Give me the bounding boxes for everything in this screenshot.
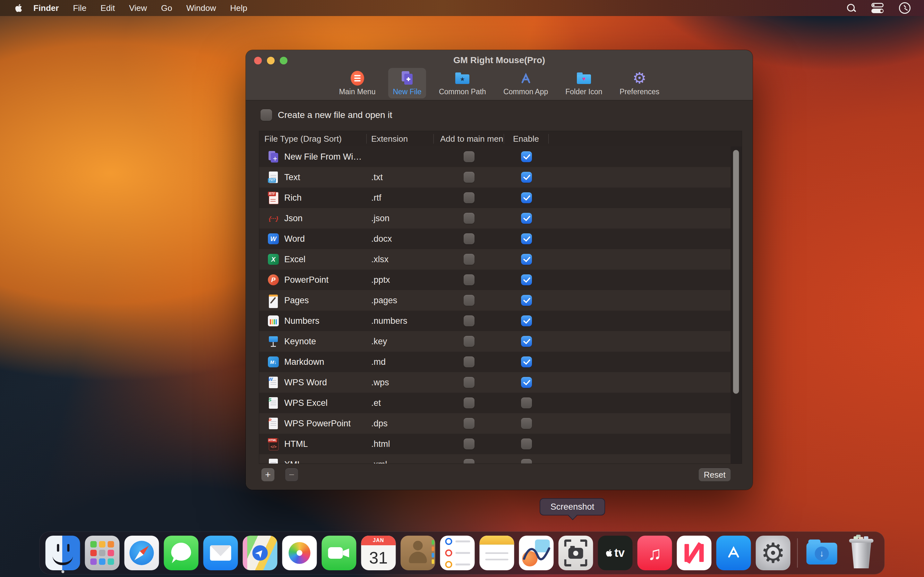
add-to-menu-checkbox[interactable] (464, 213, 475, 224)
table-row[interactable]: RTFRich .rtf (259, 187, 730, 208)
dock-facetime-icon[interactable] (322, 536, 357, 570)
scrollbar-thumb[interactable] (733, 150, 739, 394)
table-row[interactable]: HTML</>HTML .html (259, 434, 730, 454)
dock-trash-icon[interactable] (844, 536, 879, 570)
header-enable[interactable]: Enable (504, 134, 549, 143)
add-to-menu-checkbox[interactable] (464, 192, 475, 203)
enable-checkbox[interactable] (521, 398, 532, 408)
dock-mail-icon[interactable] (204, 536, 238, 570)
add-to-menu-checkbox[interactable] (464, 356, 475, 367)
table-row[interactable]: Numbers .numbers (259, 311, 730, 331)
add-to-menu-checkbox[interactable] (464, 274, 475, 285)
add-to-menu-checkbox[interactable] (464, 459, 475, 464)
add-to-menu-checkbox[interactable] (464, 172, 475, 183)
table-row[interactable]: Pages .pages (259, 290, 730, 311)
dock-launchpad-icon[interactable] (85, 536, 120, 570)
menu-edit[interactable]: Edit (94, 3, 122, 13)
text-file-icon: TXT (267, 171, 280, 184)
dock-music-icon[interactable] (638, 536, 672, 570)
add-to-menu-checkbox[interactable] (464, 151, 475, 162)
dock-finder-icon[interactable] (45, 536, 80, 570)
menu-view[interactable]: View (122, 3, 154, 13)
dock-screenshot-icon[interactable] (559, 536, 593, 570)
menu-help[interactable]: Help (223, 3, 254, 13)
enable-checkbox[interactable] (521, 459, 532, 464)
clock-icon[interactable] (899, 2, 911, 14)
dock-notes-icon[interactable] (480, 536, 514, 570)
dock-system-settings-icon[interactable] (756, 536, 790, 570)
table-row[interactable]: SWPS Excel .et (259, 393, 730, 413)
table-row[interactable]: {···}Json .json (259, 208, 730, 229)
dock-photos-icon[interactable] (282, 536, 317, 570)
table-row[interactable]: XML .xml (259, 454, 730, 464)
add-file-type-button[interactable]: + (261, 468, 275, 482)
dock-freeform-icon[interactable] (519, 536, 554, 570)
tab-new-file[interactable]: New File (388, 68, 426, 98)
reset-button[interactable]: Reset (698, 468, 731, 482)
wps-word-file-icon: W (267, 376, 280, 389)
header-file-type[interactable]: File Type (Drag Sort) (259, 134, 367, 143)
table-row[interactable]: WWord .docx (259, 229, 730, 249)
table-row[interactable]: PWPS PowerPoint .dps (259, 413, 730, 434)
enable-checkbox[interactable] (521, 356, 532, 367)
enable-checkbox[interactable] (521, 274, 532, 285)
pages-file-icon (267, 294, 280, 307)
table-row[interactable]: +New File From Wi… (259, 147, 730, 167)
scrollbar-track[interactable] (730, 147, 742, 464)
tab-common-path[interactable]: Common Path (435, 68, 491, 98)
add-to-menu-checkbox[interactable] (464, 295, 475, 306)
control-center-icon[interactable] (870, 3, 885, 13)
table-row[interactable]: PPowerPoint .pptx (259, 269, 730, 290)
dock-safari-icon[interactable] (124, 536, 159, 570)
tab-main-menu[interactable]: Main Menu (334, 68, 380, 98)
add-to-menu-checkbox[interactable] (464, 438, 475, 450)
menu-window[interactable]: Window (179, 3, 223, 13)
tab-preferences[interactable]: Preferences (615, 68, 664, 98)
tab-common-app[interactable]: Common App (499, 68, 552, 98)
apple-menu[interactable] (9, 3, 28, 13)
enable-checkbox[interactable] (521, 254, 532, 265)
remove-file-type-button[interactable]: − (285, 468, 298, 482)
menu-go[interactable]: Go (154, 3, 179, 13)
add-to-menu-checkbox[interactable] (464, 316, 475, 326)
enable-checkbox[interactable] (521, 316, 532, 326)
table-row[interactable]: TXTText .txt (259, 167, 730, 187)
table-row[interactable]: WWPS Word .wps (259, 372, 730, 393)
tab-folder-icon[interactable]: Folder Icon (561, 68, 607, 98)
search-icon[interactable] (846, 3, 856, 13)
enable-checkbox[interactable] (521, 213, 532, 224)
dock-downloads-icon[interactable] (804, 536, 839, 570)
add-to-menu-checkbox[interactable] (464, 234, 475, 244)
dock-app-store-icon[interactable] (716, 536, 751, 570)
enable-checkbox[interactable] (521, 151, 532, 162)
title-bar[interactable]: GM Right Mouse(Pro) (246, 50, 753, 71)
header-extension[interactable]: Extension (367, 134, 434, 143)
dock-messages-icon[interactable] (164, 536, 199, 570)
add-to-menu-checkbox[interactable] (464, 398, 475, 408)
dock-apple-tv-icon[interactable]: tv (598, 536, 633, 570)
enable-checkbox[interactable] (521, 192, 532, 203)
dock-reminders-icon[interactable] (440, 536, 475, 570)
enable-checkbox[interactable] (521, 172, 532, 183)
add-to-menu-checkbox[interactable] (464, 418, 475, 429)
dock-contacts-icon[interactable] (401, 536, 435, 570)
enable-checkbox[interactable] (521, 295, 532, 306)
enable-checkbox[interactable] (521, 336, 532, 347)
menu-file[interactable]: File (66, 3, 94, 13)
add-to-menu-checkbox[interactable] (464, 377, 475, 388)
dock-calendar-icon[interactable]: JAN31 (361, 536, 396, 570)
enable-checkbox[interactable] (521, 438, 532, 450)
add-to-menu-checkbox[interactable] (464, 254, 475, 265)
enable-checkbox[interactable] (521, 234, 532, 244)
dock-news-icon[interactable] (677, 536, 712, 570)
add-to-menu-checkbox[interactable] (464, 336, 475, 347)
enable-checkbox[interactable] (521, 377, 532, 388)
table-row[interactable]: M↓Markdown .md (259, 351, 730, 372)
table-row[interactable]: XExcel .xlsx (259, 249, 730, 269)
header-add-to-main-menu[interactable]: Add to main menu (434, 134, 504, 143)
dock-maps-icon[interactable] (243, 536, 278, 570)
table-row[interactable]: Keynote .key (259, 331, 730, 351)
create-file-checkbox[interactable] (260, 109, 272, 121)
menu-app-name[interactable]: Finder (28, 3, 66, 13)
enable-checkbox[interactable] (521, 418, 532, 429)
